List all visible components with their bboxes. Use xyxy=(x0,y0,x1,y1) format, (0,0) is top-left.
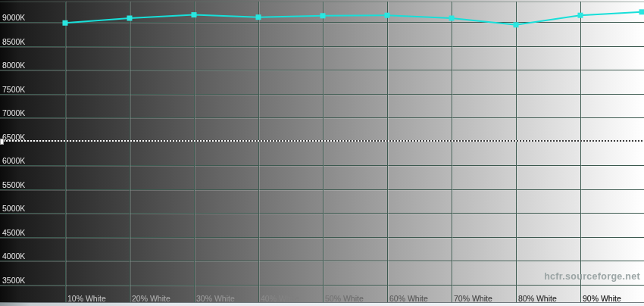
data-point-marker xyxy=(639,9,644,14)
data-point-marker xyxy=(514,22,519,27)
temperature-line-plot xyxy=(0,0,644,306)
temperature-series-line xyxy=(65,12,642,25)
bottom-edge-strip xyxy=(0,302,644,306)
data-point-marker xyxy=(192,12,197,17)
data-point-marker xyxy=(449,16,455,21)
data-point-marker xyxy=(385,13,390,18)
chart-area: 9000K8500K8000K7500K7000K6500K6000K5500K… xyxy=(0,0,644,306)
data-point-marker xyxy=(256,14,261,20)
watermark: hcfr.sourceforge.net xyxy=(544,271,640,282)
data-point-marker xyxy=(578,13,583,18)
data-point-marker xyxy=(63,20,68,26)
data-point-marker xyxy=(127,16,133,21)
data-point-marker xyxy=(320,13,326,18)
